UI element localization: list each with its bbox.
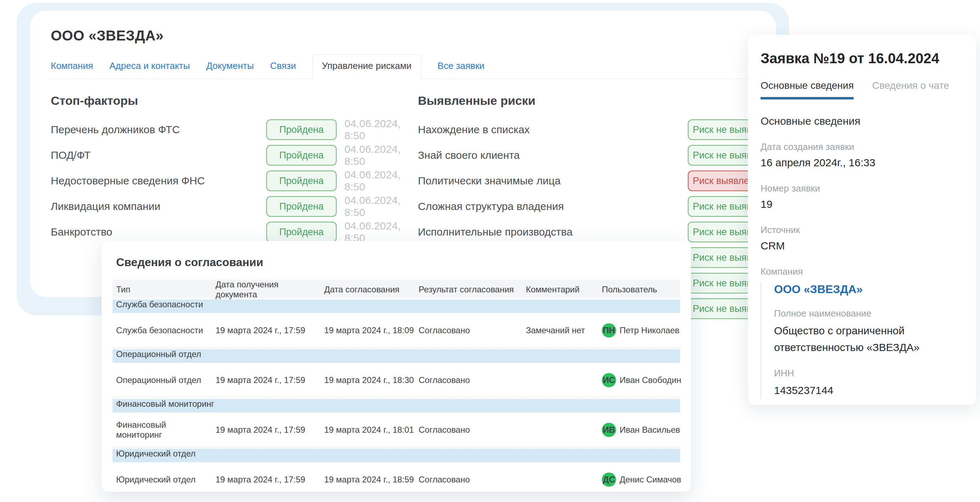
request-panel-tabs: Основные сведения Сведения о чате	[760, 80, 963, 99]
status-badge: Пройдена	[266, 222, 337, 242]
cell-comment: Замечаний нет	[522, 325, 598, 335]
risk-label: Нахождение в списках	[418, 124, 688, 136]
cell-type: Юридический отдел	[113, 475, 212, 484]
field-value-source: CRM	[760, 240, 963, 252]
cell-user: ИС Иван Свободин	[598, 373, 680, 387]
group-name: Операционный отдел	[113, 349, 680, 359]
table-row: Финансовый мониторинг 19 марта 2024 г., …	[113, 413, 680, 447]
user-name-link[interactable]: Иван Свободин	[620, 375, 681, 385]
stop-factor-row: Ликвидация компании Пройдена 04.06.2024,…	[51, 194, 418, 219]
table-group-row: Финансовый мониторинг	[113, 399, 680, 413]
stop-factors-heading: Стоп-факторы	[51, 94, 418, 108]
cell-result: Согласовано	[415, 325, 522, 335]
risk-status-badge: Риск не выявлен	[688, 145, 755, 166]
approval-table: Тип Дата получения документа Дата соглас…	[113, 280, 680, 497]
cell-type: Финансовый мониторинг	[113, 420, 212, 440]
approval-modal-title: Сведения о согласовании	[113, 256, 680, 269]
table-row: Служба безопасности 19 марта 2024 г., 17…	[113, 313, 680, 348]
group-name: Юридический отдел	[113, 449, 680, 459]
risk-row: Нахождение в списках Риск не выявлен	[418, 117, 755, 142]
col-header-comment: Комментарий	[522, 285, 598, 295]
user-name-link[interactable]: Иван Васильев	[620, 425, 680, 435]
check-timestamp: 04.06.2024, 8:50	[344, 220, 418, 244]
cell-type: Операционный отдел	[113, 375, 212, 385]
check-timestamp: 04.06.2024, 8:50	[344, 143, 418, 167]
field-label-inn: ИНН	[774, 368, 963, 379]
risk-row: Знай своего клиента Риск не выявлен	[418, 142, 755, 168]
stop-factor-label: Перечень должников ФТС	[51, 124, 266, 136]
field-label-source: Источник	[760, 225, 963, 236]
risk-row: Политически значимые лица Риск выявлен	[418, 168, 755, 194]
table-group-row: Операционный отдел	[113, 349, 680, 363]
group-name: Служба безопасности	[113, 300, 680, 309]
field-label-company: Компания	[760, 266, 963, 277]
user-name-link[interactable]: Денис Симачов	[620, 475, 681, 484]
col-header-approval-date: Дата согласования	[321, 285, 415, 295]
field-value-full-name: Общество с ограниченной ответственностью…	[774, 323, 951, 355]
status-badge: Пройдена	[266, 171, 337, 191]
cell-type: Служба безопасности	[113, 325, 212, 335]
field-label-request-number: Номер заявки	[760, 183, 963, 194]
field-value-inn: 1435237144	[774, 382, 951, 399]
stop-factor-label: Недостоверные сведения ФНС	[51, 175, 266, 187]
col-header-received-date: Дата получения документа	[212, 280, 321, 300]
table-row: Операционный отдел 19 марта 2024 г., 17:…	[113, 363, 680, 398]
company-tabs: Компания Адреса и контакты Документы Свя…	[51, 54, 755, 79]
cell-user: ИВ Иван Васильев	[598, 423, 680, 437]
stop-factor-label: Ликвидация компании	[51, 200, 266, 212]
request-panel: Заявка №19 от 16.04.2024 Основные сведен…	[748, 35, 976, 405]
main-info-section-heading: Основные сведения	[760, 115, 963, 127]
group-name: Финансовый мониторинг	[113, 399, 680, 409]
field-label-created-date: Дата создания заявки	[760, 142, 963, 152]
tab-risk-management[interactable]: Управление рисками	[312, 54, 422, 79]
user-avatar: ИВ	[602, 423, 616, 437]
user-name-link[interactable]: Петр Николаев	[620, 325, 679, 335]
tab-company[interactable]: Компания	[51, 61, 93, 78]
tab-main-info[interactable]: Основные сведения	[760, 80, 854, 99]
table-row: Юридический отдел 19 марта 2024 г., 17:5…	[113, 462, 680, 497]
stop-factor-label: ПОД/ФТ	[51, 149, 266, 161]
cell-approved: 19 марта 2024 г., 18:59	[321, 475, 415, 484]
cell-approved: 19 марта 2024 г., 18:01	[321, 425, 415, 435]
risk-status-badge: Риск не выявлен	[688, 273, 755, 293]
risk-status-badge: Риск не выявлен	[688, 222, 755, 242]
risk-status-badge-found: Риск выявлен	[688, 171, 755, 191]
user-avatar: ДС	[602, 473, 616, 487]
col-header-approval-result: Результат согласования	[415, 285, 522, 295]
stop-factor-label: Банкротство	[51, 226, 266, 238]
tab-chat-info[interactable]: Сведения о чате	[872, 80, 949, 99]
check-timestamp: 04.06.2024, 8:50	[344, 169, 418, 193]
risk-status-badge: Риск не выявлен	[688, 196, 755, 217]
col-header-type: Тип	[113, 285, 212, 295]
cell-user: ДС Денис Симачов	[598, 473, 680, 487]
tab-documents[interactable]: Документы	[206, 61, 254, 78]
user-avatar: ИС	[602, 373, 616, 387]
cell-result: Согласовано	[415, 425, 522, 435]
risk-label: Политически значимые лица	[418, 175, 688, 187]
check-timestamp: 04.06.2024, 8:50	[344, 118, 418, 142]
cell-received: 19 марта 2024 г., 17:59	[212, 375, 321, 385]
cell-received: 19 марта 2024 г., 17:59	[212, 475, 321, 484]
risk-label: Исполнительные производства	[418, 226, 688, 238]
cell-received: 19 марта 2024 г., 17:59	[212, 425, 321, 435]
user-avatar: ПН	[602, 323, 616, 338]
cell-approved: 19 марта 2024 г., 18:09	[321, 325, 415, 335]
cell-received: 19 марта 2024 г., 17:59	[212, 325, 321, 335]
tab-addresses-contacts[interactable]: Адреса и контакты	[109, 61, 190, 78]
stop-factor-row: ПОД/ФТ Пройдена 04.06.2024, 8:50	[51, 142, 418, 168]
stop-factor-row: Недостоверные сведения ФНС Пройдена 04.0…	[51, 168, 418, 194]
field-label-full-name: Полное наименование	[774, 308, 963, 319]
table-group-row: Служба безопасности	[113, 300, 680, 313]
check-timestamp: 04.06.2024, 8:50	[344, 194, 418, 218]
tab-relations[interactable]: Связи	[270, 61, 296, 78]
company-title: ООО «ЗВЕЗДА»	[51, 28, 755, 44]
company-link[interactable]: ООО «ЗВЕЗДА»	[774, 283, 963, 296]
table-group-row: Юридический отдел	[113, 449, 680, 462]
risk-label: Сложная структура владения	[418, 200, 688, 212]
cell-user: ПН Петр Николаев	[598, 323, 680, 338]
status-badge: Пройдена	[266, 196, 337, 217]
risk-label: Знай своего клиента	[418, 149, 688, 161]
cell-approved: 19 марта 2024 г., 18:30	[321, 375, 415, 385]
cell-result: Согласовано	[415, 375, 522, 385]
tab-all-requests[interactable]: Все заявки	[438, 61, 484, 78]
